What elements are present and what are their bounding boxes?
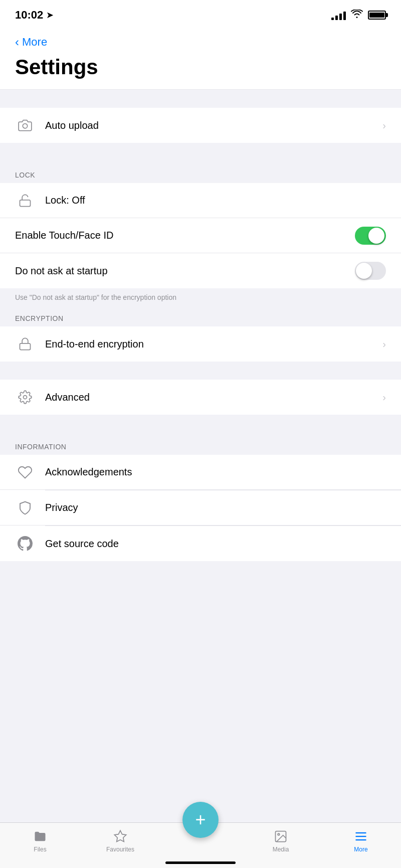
files-tab-label: Files: [34, 846, 46, 853]
lock-label: Lock: Off: [45, 195, 386, 206]
back-chevron-icon: ‹: [15, 35, 19, 49]
toggle-thumb: [368, 228, 384, 244]
auto-upload-chevron-icon: ›: [382, 120, 386, 131]
lock-row[interactable]: Lock: Off: [0, 183, 401, 218]
acknowledgements-row[interactable]: Acknowledgements: [0, 455, 401, 490]
do-not-ask-row[interactable]: Do not ask at startup: [0, 253, 401, 288]
information-section-header: INFORMATION: [0, 433, 401, 455]
touch-face-id-row[interactable]: Enable Touch/Face ID: [0, 218, 401, 253]
lock-icon: [15, 191, 35, 211]
do-not-ask-label: Do not ask at startup: [15, 265, 355, 277]
svg-rect-1: [20, 200, 31, 206]
privacy-icon: [15, 498, 35, 518]
advanced-label: Advanced: [45, 392, 382, 403]
favourites-tab-icon: [113, 829, 128, 844]
status-bar: 10:02 ➤: [0, 0, 401, 30]
nav-back[interactable]: ‹ More: [0, 30, 401, 52]
do-not-ask-toggle[interactable]: [355, 262, 386, 280]
touch-face-id-label: Enable Touch/Face ID: [15, 230, 355, 241]
lock-svg: [18, 194, 32, 208]
location-arrow-icon: ➤: [46, 10, 54, 21]
svg-point-3: [24, 396, 27, 399]
toggle-thumb-2: [356, 263, 372, 279]
fab-plus-icon: +: [195, 811, 206, 829]
end-to-end-row[interactable]: End-to-end encryption ›: [0, 326, 401, 362]
lock-section-header: LOCK: [0, 161, 401, 183]
end-to-end-chevron-icon: ›: [382, 338, 386, 350]
advanced-chevron-icon: ›: [382, 392, 386, 403]
information-group: Acknowledgements Privacy Get source code: [0, 455, 401, 561]
gear-svg: [18, 390, 32, 404]
battery-icon: [368, 11, 386, 20]
auto-upload-group: Auto upload ›: [0, 108, 401, 143]
svg-point-6: [278, 833, 280, 835]
advanced-group: Advanced ›: [0, 380, 401, 415]
tab-media[interactable]: Media: [241, 829, 321, 853]
status-icons: [331, 10, 386, 21]
camera-icon: [15, 115, 35, 135]
page-title-area: Settings: [0, 52, 401, 90]
acknowledgements-icon: [15, 462, 35, 482]
more-tab-label: More: [354, 846, 367, 853]
camera-svg: [18, 118, 32, 132]
wifi-icon: [351, 10, 363, 21]
privacy-row[interactable]: Privacy: [0, 490, 401, 526]
encryption-lock-icon: [15, 334, 35, 354]
media-tab-icon: [273, 829, 288, 844]
touch-face-id-toggle[interactable]: [355, 227, 386, 245]
helper-text: Use "Do not ask at startup" for the encr…: [0, 288, 401, 304]
svg-marker-4: [114, 830, 126, 841]
tab-files[interactable]: Files: [0, 829, 80, 853]
media-tab-label: Media: [273, 846, 289, 853]
svg-rect-2: [20, 343, 31, 350]
favourites-tab-label: Favourites: [106, 846, 134, 853]
encryption-group: End-to-end encryption ›: [0, 326, 401, 362]
encryption-section-header: ENCRYPTION: [0, 304, 401, 326]
acknowledgements-label: Acknowledgements: [45, 466, 386, 478]
end-to-end-label: End-to-end encryption: [45, 338, 382, 350]
tab-favourites[interactable]: Favourites: [80, 829, 160, 853]
gear-icon: [15, 387, 35, 407]
more-tab-icon: [353, 829, 368, 844]
auto-upload-row[interactable]: Auto upload ›: [0, 108, 401, 143]
fab-button[interactable]: +: [182, 802, 219, 838]
lock-group: Lock: Off Enable Touch/Face ID Do not as…: [0, 183, 401, 288]
signal-bars-icon: [331, 10, 346, 20]
home-indicator: [165, 861, 236, 864]
status-time: 10:02: [15, 9, 43, 22]
tab-more[interactable]: More: [321, 829, 401, 853]
get-source-code-row[interactable]: Get source code: [0, 526, 401, 561]
get-source-code-label: Get source code: [45, 538, 386, 550]
privacy-label: Privacy: [45, 502, 386, 513]
auto-upload-label: Auto upload: [45, 120, 382, 131]
advanced-row[interactable]: Advanced ›: [0, 380, 401, 415]
files-tab-icon: [33, 829, 48, 844]
encryption-lock-svg: [18, 337, 32, 351]
page-title: Settings: [15, 55, 386, 79]
handshake-svg: [18, 465, 33, 480]
github-svg: [18, 536, 33, 551]
github-icon: [15, 534, 35, 554]
back-label: More: [22, 36, 47, 49]
shield-svg: [18, 500, 33, 515]
svg-point-0: [23, 124, 27, 128]
